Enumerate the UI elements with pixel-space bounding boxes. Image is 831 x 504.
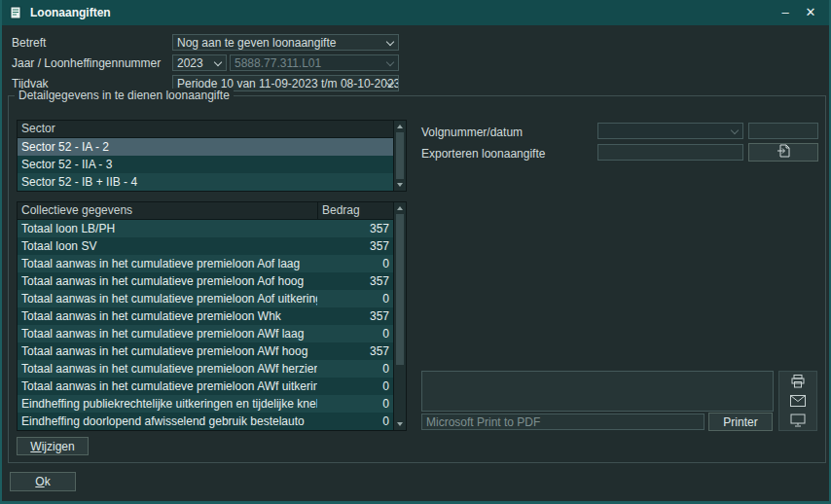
collectief-row[interactable]: Eindheffing publiekrechtelijke uitkering…	[18, 395, 393, 413]
collectieve-gegevens-column-header: Collectieve gegevens	[18, 202, 317, 219]
exporteren-value	[598, 145, 742, 146]
collectief-scrollbar[interactable]	[393, 202, 406, 430]
collectief-rows: Totaal loon LB/PH 357 Totaal loon SV 357…	[18, 220, 406, 430]
collectief-row[interactable]: Totaal loon SV 357	[18, 237, 393, 255]
collectief-row-bedrag: 0	[317, 378, 393, 395]
collectief-row-label: Totaal aanwas in het cumulatieve premiel…	[18, 307, 317, 325]
collectief-row[interactable]: Totaal aanwas in het cumulatieve premiel…	[18, 307, 393, 325]
collectief-row[interactable]: Totaal aanwas in het cumulatieve premiel…	[18, 255, 393, 272]
email-icon[interactable]	[779, 391, 816, 411]
app-icon	[8, 5, 23, 20]
groupbox-title: Detailgegevens in te dienen loonaangifte	[15, 89, 234, 102]
detailgegevens-groupbox: Detailgegevens in te dienen loonaangifte…	[8, 95, 826, 463]
collectief-row-label: Totaal aanwas in het cumulatieve premiel…	[18, 255, 317, 272]
exporteren-loonaangifte-label: Exporteren loonaangifte	[421, 147, 545, 161]
minimize-button[interactable]: –	[773, 2, 798, 23]
sector-row[interactable]: Sector 52 - IIA - 3	[18, 156, 393, 173]
collectief-row-label: Eindheffing doorlopend afwisselend gebru…	[18, 413, 317, 430]
chevron-down-icon	[731, 126, 739, 134]
notes-field[interactable]	[421, 371, 774, 412]
scrollbar-thumb[interactable]	[396, 132, 404, 179]
collectief-row-label: Eindheffing publiekrechtelijke uitkering…	[18, 395, 317, 413]
volgnummer-datum-value	[749, 124, 817, 125]
sector-table-header: Sector	[18, 121, 393, 138]
monitor-icon[interactable]	[779, 411, 816, 430]
print-icon[interactable]	[779, 372, 816, 391]
collectief-row-label: Totaal aanwas in het cumulatieve premiel…	[18, 325, 317, 342]
sector-scrollbar[interactable]	[393, 121, 406, 191]
sector-row-label: Sector 52 - IB + IIB - 4	[18, 173, 393, 191]
volgnummer-value	[598, 124, 742, 125]
loonheffingennummer-value: 5888.77.311.L01	[231, 55, 398, 70]
collectief-row-bedrag: 0	[317, 255, 393, 272]
collectief-row[interactable]: Eindheffing doorlopend afwisselend gebru…	[18, 413, 393, 430]
collectief-row-bedrag: 357	[317, 220, 393, 237]
scroll-up-icon[interactable]	[397, 206, 403, 210]
collectief-row-bedrag: 357	[317, 342, 393, 360]
volgnummer-datum-label: Volgnummer/datum	[421, 126, 523, 139]
ok-button[interactable]: Ok	[10, 472, 76, 491]
printer-button[interactable]: Printer	[708, 413, 773, 431]
collectief-row-bedrag: 0	[317, 290, 393, 307]
bedrag-column-header: Bedrag	[317, 202, 393, 219]
sector-row-label: Sector 52 - IIA - 3	[18, 156, 393, 173]
collectief-row[interactable]: Totaal aanwas in het cumulatieve premiel…	[18, 290, 393, 307]
printer-value: Microsoft Print to PDF	[422, 414, 704, 429]
collectief-row-bedrag: 0	[317, 395, 393, 413]
collectief-row-label: Totaal loon SV	[18, 237, 317, 255]
sector-row[interactable]: Sector 52 - IB + IIB - 4	[18, 173, 393, 191]
wijzigen-button[interactable]: Wijzigen	[17, 437, 89, 455]
collectief-row-bedrag: 0	[317, 413, 393, 430]
collectief-table-header: Collectieve gegevens Bedrag	[18, 202, 393, 220]
loonaangiften-window: Loonaangiften – ✕ Betreft Nog aan te gev…	[0, 0, 831, 504]
export-file-icon	[777, 144, 791, 161]
sector-table: Sector Sector 52 - IA - 2 Sector 52 - II…	[17, 120, 407, 192]
sector-row-label: Sector 52 - IA - 2	[18, 138, 393, 156]
collectief-row-label: Totaal aanwas in het cumulatieve premiel…	[18, 272, 317, 290]
printer-field[interactable]: Microsoft Print to PDF	[421, 414, 705, 430]
collectief-row-bedrag: 0	[317, 325, 393, 342]
collectief-row[interactable]: Totaal aanwas in het cumulatieve premiel…	[18, 378, 393, 395]
loonheffingennummer-select: 5888.77.311.L01	[230, 54, 399, 71]
betreft-value: Nog aan te geven loonaangifte	[173, 35, 398, 50]
collectief-row-bedrag: 357	[317, 307, 393, 325]
exporteren-button[interactable]	[748, 143, 818, 162]
ok-button-label: Ok	[35, 475, 50, 488]
collectief-row-label: Totaal loon LB/PH	[18, 220, 317, 237]
wijzigen-button-label: Wijzigen	[30, 440, 74, 453]
sector-rows: Sector 52 - IA - 2 Sector 52 - IIA - 3 S…	[18, 138, 406, 191]
collectief-row-bedrag: 357	[317, 272, 393, 290]
collectief-row-label: Totaal aanwas in het cumulatieve premiel…	[18, 378, 317, 395]
collectief-row-bedrag: 0	[317, 360, 393, 378]
volgnummer-select	[597, 123, 743, 139]
collectief-row[interactable]: Totaal aanwas in het cumulatieve premiel…	[18, 272, 393, 290]
output-icon-strip	[778, 371, 817, 431]
scrollbar-thumb[interactable]	[396, 214, 404, 365]
title-bar: Loonaangiften – ✕	[2, 0, 829, 25]
printer-button-label: Printer	[723, 415, 757, 429]
collectief-row[interactable]: Totaal loon LB/PH 357	[18, 220, 393, 237]
jaar-loonheffingennummer-label: Jaar / Loonheffingennummer	[12, 56, 161, 70]
collectief-row[interactable]: Totaal aanwas in het cumulatieve premiel…	[18, 360, 393, 378]
close-button[interactable]: ✕	[798, 2, 823, 23]
scroll-up-icon[interactable]	[397, 125, 403, 128]
volgnummer-datum-field[interactable]	[748, 123, 818, 139]
collectieve-gegevens-table: Collectieve gegevens Bedrag Totaal loon …	[17, 201, 407, 431]
betreft-select[interactable]: Nog aan te geven loonaangifte	[172, 34, 399, 51]
collectief-row-label: Totaal aanwas in het cumulatieve premiel…	[18, 290, 317, 307]
collectief-row[interactable]: Totaal aanwas in het cumulatieve premiel…	[18, 342, 393, 360]
scroll-down-icon[interactable]	[397, 422, 403, 426]
sector-row[interactable]: Sector 52 - IA - 2	[18, 138, 393, 156]
collectief-row[interactable]: Totaal aanwas in het cumulatieve premiel…	[18, 325, 393, 342]
sector-column-header: Sector	[18, 121, 393, 137]
window-title: Loonaangiften	[30, 6, 111, 19]
collectief-row-label: Totaal aanwas in het cumulatieve premiel…	[18, 342, 317, 360]
jaar-select[interactable]: 2023	[172, 54, 227, 71]
scroll-down-icon[interactable]	[397, 183, 403, 187]
betreft-label: Betreft	[12, 36, 46, 50]
collectief-row-label: Totaal aanwas in het cumulatieve premiel…	[18, 360, 317, 378]
collectief-row-bedrag: 357	[317, 237, 393, 255]
exporteren-field[interactable]	[597, 144, 743, 161]
